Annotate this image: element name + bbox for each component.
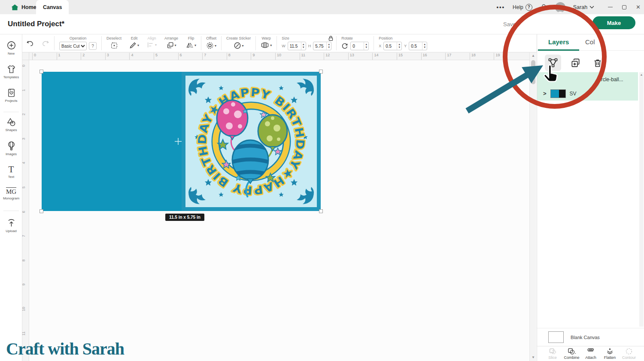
resize-handle-top-left[interactable] xyxy=(39,70,43,73)
slice-icon xyxy=(549,348,557,355)
maximize-button[interactable] xyxy=(622,5,626,9)
monogram-icon: MG xyxy=(6,187,16,195)
user-name: Sarah xyxy=(573,4,587,10)
rotate-field[interactable]: ▲▼ xyxy=(350,42,369,50)
edit-label: Edit xyxy=(131,36,138,40)
height-field[interactable]: ▲▼ xyxy=(313,42,331,50)
undo-icon[interactable] xyxy=(26,40,34,47)
flip-label: Flip xyxy=(188,36,194,40)
width-field[interactable]: ▲▼ xyxy=(288,42,306,50)
hruler-tick: 11 xyxy=(300,53,305,60)
vruler-tick: 9 xyxy=(22,281,26,288)
resize-handle-top-right[interactable] xyxy=(319,70,323,73)
x-stepper[interactable]: ▲▼ xyxy=(397,42,401,50)
deselect-button[interactable] xyxy=(110,42,118,49)
warp-icon xyxy=(261,42,269,49)
combine-button[interactable]: Combine xyxy=(562,348,581,361)
scroll-down-icon[interactable]: ▼ xyxy=(530,355,537,359)
offset-icon xyxy=(206,42,214,49)
tab-colors[interactable]: Col xyxy=(585,38,595,46)
create-sticker-label: Create Sticker xyxy=(226,36,251,40)
flatten-button[interactable]: Flatten xyxy=(601,348,620,361)
hruler-tick: 12 xyxy=(324,53,330,60)
layer-row-svg[interactable]: > SV xyxy=(537,86,638,101)
edit-group: Edit ▾ xyxy=(125,34,143,52)
more-menu-icon[interactable]: ••• xyxy=(496,4,505,10)
combine-toolbar: Slice Combine Attach Flatten Contour xyxy=(537,346,644,361)
operation-help-button[interactable]: ? xyxy=(89,42,97,50)
rotate-label: Rotate xyxy=(341,36,353,40)
slice-button[interactable]: Slice xyxy=(543,348,562,361)
attach-button[interactable]: Attach xyxy=(581,348,600,361)
sidebar-item-monogram[interactable]: MG Monogram xyxy=(0,187,22,200)
selected-artwork[interactable]: HAPPY BIRTHDAY★HAPPY BIRTHDAY★ xyxy=(42,72,321,211)
hot-air-balloon-icon xyxy=(7,141,16,151)
delete-button[interactable] xyxy=(589,55,606,71)
height-label: H xyxy=(308,44,311,48)
minimize-button[interactable] xyxy=(608,7,613,7)
y-stepper[interactable]: ▲▼ xyxy=(422,42,427,50)
align-button[interactable]: ▾ xyxy=(147,42,157,48)
x-field[interactable]: ▲▼ xyxy=(383,42,402,50)
layer-row-group[interactable]: circle-ball... xyxy=(537,72,638,86)
sidebar-item-shapes[interactable]: Shapes xyxy=(0,117,22,132)
ungroup-button[interactable] xyxy=(545,55,561,71)
resize-handle-bottom-left[interactable] xyxy=(39,209,43,213)
deselect-group: Deselect xyxy=(103,34,125,52)
rotate-input[interactable] xyxy=(351,44,364,49)
width-stepper[interactable]: ▲▼ xyxy=(301,42,306,50)
pencil-icon xyxy=(129,42,137,49)
offset-button[interactable]: ▾ xyxy=(206,42,216,49)
scrollbar-thumb[interactable] xyxy=(531,60,535,84)
help-button[interactable]: Help ? xyxy=(513,4,532,11)
width-input[interactable] xyxy=(288,44,301,49)
width-label: W xyxy=(282,44,286,48)
tab-layers[interactable]: Layers xyxy=(548,38,569,46)
close-button[interactable]: ✕ xyxy=(636,4,641,10)
duplicate-button[interactable] xyxy=(567,55,583,71)
user-avatar[interactable] xyxy=(555,2,565,12)
save-button[interactable]: Save xyxy=(503,21,516,28)
sidebar-item-images[interactable]: Images xyxy=(0,141,22,156)
arrange-button[interactable]: ▾ xyxy=(167,42,176,49)
rotate-stepper[interactable]: ▲▼ xyxy=(364,42,368,50)
create-sticker-button[interactable]: ▾ xyxy=(234,42,244,49)
toolbar-divider xyxy=(54,36,55,50)
panel-scrollbar[interactable]: ▲ xyxy=(639,72,644,327)
expand-chevron-icon[interactable]: > xyxy=(543,90,547,97)
blank-canvas-row[interactable]: Blank Canvas xyxy=(537,328,644,346)
warp-button[interactable]: ▾ xyxy=(261,42,272,49)
notifications-bell-icon[interactable] xyxy=(540,3,547,11)
height-stepper[interactable]: ▲▼ xyxy=(326,42,331,50)
new-icon xyxy=(6,40,16,50)
scroll-up-icon[interactable]: ▲ xyxy=(530,54,537,58)
flip-button[interactable]: ▾ xyxy=(186,42,196,49)
height-input[interactable] xyxy=(313,44,326,49)
vruler-tick: 10 xyxy=(22,306,26,312)
sidebar-item-text[interactable]: T Text xyxy=(0,165,22,179)
upload-icon xyxy=(7,218,16,228)
y-input[interactable] xyxy=(409,44,422,49)
rotate-icon[interactable] xyxy=(341,43,348,49)
sidebar-item-projects[interactable]: Projects xyxy=(0,88,22,103)
operation-select[interactable]: Basic Cut xyxy=(59,42,87,50)
page-title: Untitled Project* xyxy=(8,20,64,28)
panel-scroll-up-icon[interactable]: ▲ xyxy=(639,73,644,76)
flip-icon xyxy=(186,42,194,49)
sidebar-item-templates[interactable]: Templates xyxy=(0,64,22,79)
user-menu[interactable]: Sarah xyxy=(573,4,594,10)
y-field[interactable]: ▲▼ xyxy=(409,42,427,50)
make-button[interactable]: Make xyxy=(592,16,635,29)
canvas-vertical-scrollbar[interactable]: ▲ ▼ xyxy=(529,52,536,361)
sidebar-item-upload[interactable]: Upload xyxy=(0,218,22,233)
resize-handle-bottom-right[interactable] xyxy=(319,209,323,213)
contour-button[interactable]: Contour xyxy=(620,348,638,361)
x-input[interactable] xyxy=(384,44,397,49)
edit-button[interactable]: ▾ xyxy=(129,42,139,49)
tab-canvas[interactable]: Canvas xyxy=(36,0,69,14)
vruler-tick: 4 xyxy=(22,159,26,166)
sidebar-item-new[interactable]: New xyxy=(0,40,22,55)
chevron-down-icon xyxy=(589,6,594,9)
size-lock-icon[interactable] xyxy=(328,35,334,41)
redo-icon[interactable] xyxy=(41,40,49,47)
